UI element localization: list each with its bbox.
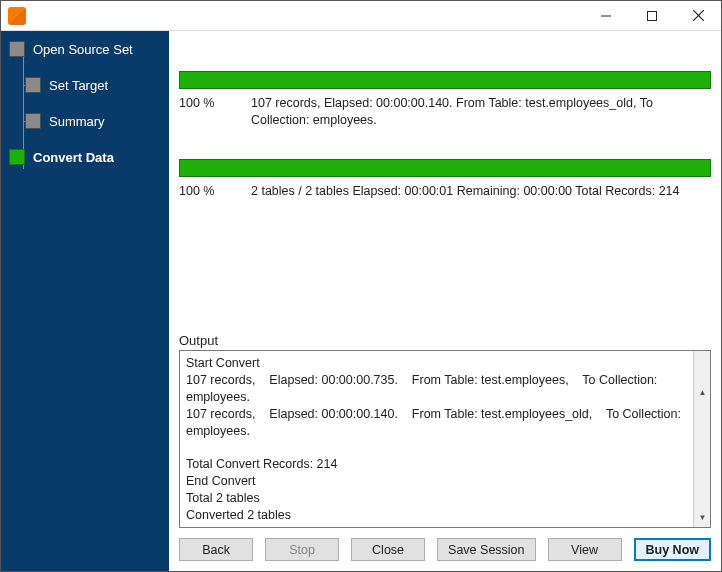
wizard-step-set-target[interactable]: Set Target: [1, 73, 169, 97]
scroll-down-icon[interactable]: ▼: [694, 510, 711, 527]
step-label: Set Target: [49, 78, 108, 93]
svg-rect-1: [648, 11, 657, 20]
wizard-step-open-source-set[interactable]: Open Source Set: [1, 37, 169, 61]
overall-progress-text: 2 tables / 2 tables Elapsed: 00:00:01 Re…: [251, 183, 711, 200]
main-pane: 100 % 107 records, Elapsed: 00:00:00.140…: [169, 31, 721, 571]
overall-progress-bar: [179, 159, 711, 177]
save-session-button[interactable]: Save Session: [437, 538, 535, 561]
scroll-up-icon[interactable]: ▲: [694, 385, 711, 402]
task-progress-block: 100 % 107 records, Elapsed: 00:00:00.140…: [179, 71, 711, 129]
step-box-icon: [25, 113, 41, 129]
task-progress-text: 107 records, Elapsed: 00:00:00.140. From…: [251, 95, 711, 129]
app-icon: [8, 7, 26, 25]
wizard-step-summary[interactable]: Summary: [1, 109, 169, 133]
wizard-step-convert-data[interactable]: Convert Data: [1, 145, 169, 169]
step-label: Open Source Set: [33, 42, 133, 57]
close-button-bottom[interactable]: Close: [351, 538, 425, 561]
view-button[interactable]: View: [548, 538, 622, 561]
wizard-sidebar: Open Source Set Set Target Summary Conve…: [1, 31, 169, 571]
output-textarea[interactable]: Start Convert 107 records, Elapsed: 00:0…: [179, 350, 711, 528]
button-row: Back Stop Close Save Session View Buy No…: [175, 528, 715, 565]
maximize-button[interactable]: [629, 1, 675, 31]
step-box-icon: [9, 149, 25, 165]
back-button[interactable]: Back: [179, 538, 253, 561]
scrollbar-vertical[interactable]: ▲ ▼: [693, 351, 710, 527]
overall-progress-block: 100 % 2 tables / 2 tables Elapsed: 00:00…: [179, 159, 711, 200]
minimize-button[interactable]: [583, 1, 629, 31]
output-label: Output: [179, 333, 711, 348]
output-content: Start Convert 107 records, Elapsed: 00:0…: [186, 356, 684, 528]
step-label: Summary: [49, 114, 105, 129]
overall-progress-percent: 100 %: [179, 183, 251, 200]
step-label: Convert Data: [33, 150, 114, 165]
close-button[interactable]: [675, 1, 721, 31]
task-progress-bar: [179, 71, 711, 89]
step-box-icon: [9, 41, 25, 57]
task-progress-percent: 100 %: [179, 95, 251, 129]
step-box-icon: [25, 77, 41, 93]
titlebar: [1, 1, 721, 31]
stop-button: Stop: [265, 538, 339, 561]
buy-now-button[interactable]: Buy Now: [634, 538, 711, 561]
